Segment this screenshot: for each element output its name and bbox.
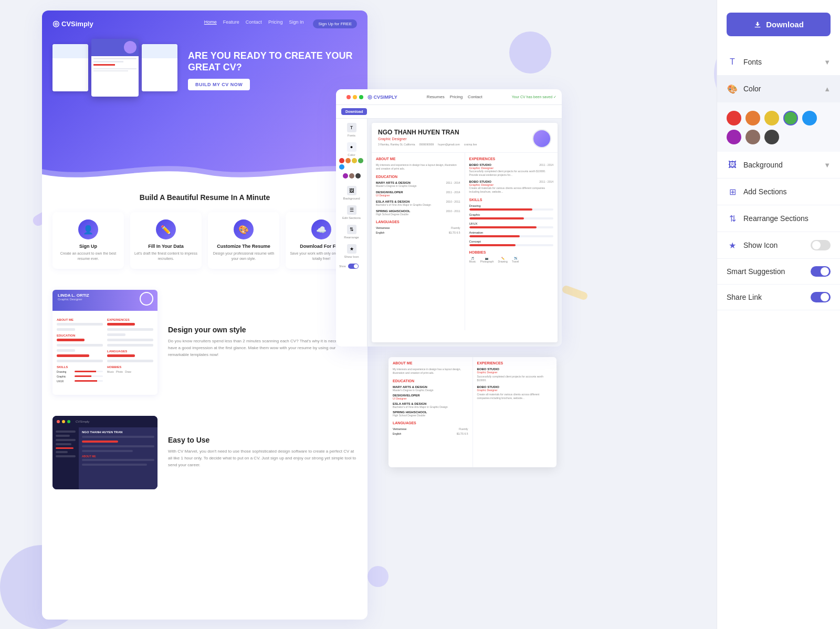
editor-nav-resumes[interactable]: Resumes: [427, 95, 445, 99]
color-purple[interactable]: [727, 130, 741, 144]
editor-show-icon-label: Show Icon: [344, 255, 359, 258]
color-blue[interactable]: [802, 111, 817, 125]
color-label: Color: [743, 85, 761, 93]
ec-green[interactable]: [358, 158, 363, 163]
skill-graphic: Graphic: [469, 213, 554, 219]
easy-app-preview: CVSimply NGO THANH HUYEN TRAN: [52, 416, 158, 489]
editor-color-row-1: [339, 158, 364, 170]
color-brown[interactable]: [746, 130, 760, 144]
add-sections-item[interactable]: ⊞ Add Sections: [717, 179, 840, 205]
color-yellow[interactable]: [764, 111, 779, 125]
editor-nav-pricing[interactable]: Pricing: [450, 95, 463, 99]
editor-header: ◎ CVSIMPLY Resumes Pricing Contact Your …: [336, 89, 562, 105]
nav-feature[interactable]: Feature: [223, 19, 239, 28]
window-minimize: [353, 95, 357, 99]
cv-name: NGO THANH HUYEN TRAN: [378, 129, 532, 136]
hero-nav-links: Home Feature Contact Pricing Sign In Sig…: [204, 19, 357, 28]
ec-purple[interactable]: [343, 173, 348, 179]
step-customize-desc: Design your professional resume with you…: [212, 251, 275, 261]
download-icon: [753, 20, 762, 29]
cv-doc-body: ABOUT ME My interests and experience in …: [372, 153, 558, 330]
exp-2: BOBO STUDIO 2011 - 2014 Graphic Designer…: [469, 180, 554, 194]
editor-sidebar-color[interactable]: ● Color: [339, 142, 364, 181]
background-item[interactable]: 🖼 Background ▼: [717, 152, 840, 179]
website-mockup: ◎ CVSimply Home Feature Contact Pricing …: [42, 11, 368, 620]
about-me-section-title: ABOUT ME: [376, 157, 460, 161]
share-link-toggle[interactable]: [811, 292, 831, 302]
show-icon-toggle[interactable]: [811, 240, 831, 250]
design-text-block: Design your own style Do you know recrui…: [168, 326, 357, 358]
hero-section: ◎ CVSimply Home Feature Contact Pricing …: [42, 11, 368, 179]
step-signup-title: Sign Up: [79, 244, 97, 249]
nav-contact[interactable]: Contact: [246, 19, 262, 28]
easy-app-header: CVSimply: [52, 416, 158, 427]
show-icon-label: Show Icon: [743, 241, 778, 249]
ec-red[interactable]: [339, 158, 344, 163]
background-chevron-icon: ▼: [824, 161, 831, 169]
fonts-label: Fonts: [743, 58, 762, 66]
color-green[interactable]: [783, 111, 798, 125]
nav-home[interactable]: Home: [204, 19, 217, 28]
step-customize-icon: 🎨: [234, 219, 254, 239]
share-link-left: Share Link: [727, 293, 762, 301]
nav-signin[interactable]: Sign In: [289, 19, 303, 28]
editor-download-button[interactable]: Download: [341, 108, 367, 115]
nav-pricing[interactable]: Pricing: [268, 19, 283, 28]
cv-job-title: Graphic Designer: [378, 137, 532, 141]
edu-3: ESLA ARTS & DESIGN 2010 - 2011 Bachelor'…: [376, 200, 460, 206]
editor-sidebar-rearrange[interactable]: ⇅ Rearrange: [339, 225, 364, 239]
cv-bottom-left: ABOUT ME My interests and experience in …: [388, 357, 473, 467]
editor-nav: Resumes Pricing Contact: [427, 95, 482, 99]
smart-suggestion-left: Smart Suggestion: [727, 267, 785, 276]
download-label: Download: [766, 20, 804, 29]
hero-nav: ◎ CVSimply Home Feature Contact Pricing …: [52, 19, 357, 28]
color-dark[interactable]: [764, 130, 779, 144]
about-me-text: My interests and experience in design ha…: [376, 163, 460, 171]
rearrange-sections-item-left: ⇅ Rearrange Sections: [727, 213, 808, 224]
ec-orange[interactable]: [345, 158, 351, 163]
smart-suggestion-toggle[interactable]: [811, 266, 831, 277]
app-name-label: NGO THANH HUYEN TRAN: [82, 431, 154, 434]
editor-rearrange-label: Rearrange: [344, 236, 359, 239]
step-fill-desc: Let's draft the finest content to impres…: [134, 251, 197, 261]
design-cv-preview: LINDA L. ORTIZ Graphic Designer ABOUT ME…: [52, 290, 158, 395]
color-orange[interactable]: [746, 111, 760, 125]
download-button[interactable]: Download: [727, 13, 831, 36]
ec-dark[interactable]: [355, 173, 361, 179]
hobbies-section-title: HOBBIES: [469, 250, 554, 254]
cv-bottom-about-text: My interests and experience in design ha…: [393, 368, 468, 375]
design-cv-card: LINDA L. ORTIZ Graphic Designer ABOUT ME…: [52, 290, 158, 395]
app-dot-green: [67, 420, 70, 423]
smart-suggestion-item[interactable]: Smart Suggestion: [717, 259, 840, 285]
editor-sidebar-background[interactable]: 🖼 Background: [339, 186, 364, 200]
ec-blue[interactable]: [339, 164, 344, 170]
cv-email: huyen@gmail.com: [438, 143, 459, 146]
ec-yellow[interactable]: [352, 158, 357, 163]
editor-sidebar-fonts[interactable]: T Fonts: [339, 123, 364, 137]
design-cv-body: ABOUT ME EDUCATION SKILLS Drawing: [52, 311, 158, 395]
editor-toggle[interactable]: [348, 264, 359, 269]
smart-suggestion-label: Smart Suggestion: [727, 267, 785, 276]
editor-nav-contact[interactable]: Contact: [468, 95, 482, 99]
signup-button[interactable]: Sign Up for FREE: [313, 19, 357, 28]
color-section: [717, 102, 840, 152]
color-item-left: 🎨 Color: [727, 83, 761, 95]
share-link-item[interactable]: Share Link: [717, 285, 840, 310]
editor-sidebar-edit-sections[interactable]: ☰ Edit Sections: [339, 205, 364, 219]
languages-label-design: LANGUAGES: [107, 350, 153, 353]
step-customize-title: Customize The Resume: [217, 244, 270, 249]
color-item[interactable]: 🎨 Color ▲: [717, 76, 840, 102]
hobby-drawing: ✏️Drawing: [498, 257, 507, 263]
easy-section: CVSimply NGO THANH HUYEN TRAN: [42, 405, 368, 500]
easy-app-sidebar: [52, 427, 79, 489]
ec-brown[interactable]: [349, 173, 354, 179]
color-red[interactable]: [727, 111, 741, 125]
hero-cta-button[interactable]: BUILD MY CV NOW: [188, 79, 250, 90]
app-dot-yellow: [62, 420, 65, 423]
rearrange-sections-item[interactable]: ⇅ Rearrange Sections: [717, 205, 840, 232]
show-icon-item[interactable]: ★ Show Icon: [717, 232, 840, 259]
editor-fonts-icon: T: [347, 123, 356, 132]
hobby-music: 🎵Music: [469, 257, 476, 263]
fonts-item[interactable]: T Fonts ▼: [717, 49, 840, 76]
editor-sidebar-show-icon[interactable]: ★ Show Icon: [339, 244, 364, 258]
